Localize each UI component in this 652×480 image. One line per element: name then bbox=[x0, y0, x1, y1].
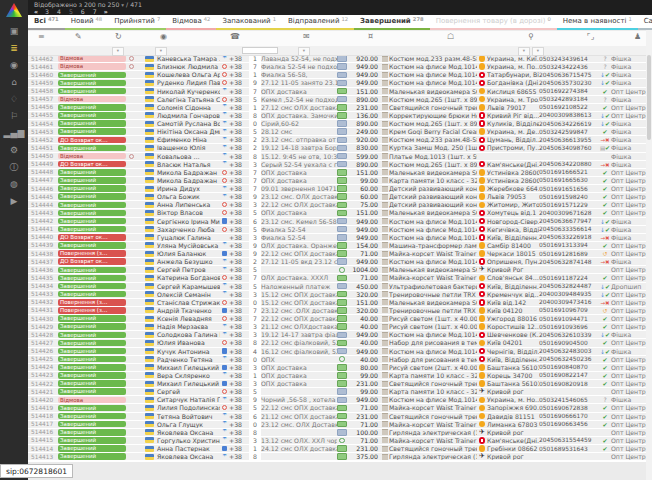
table-row[interactable]: 514442ЗавершенийСергієнко Ірина Ми…+3862… bbox=[28, 218, 646, 226]
table-row[interactable]: 514420ВідмоваСитарчук Наталія Гр…*+389Чо… bbox=[28, 396, 646, 404]
manager-column-icon[interactable]: ♟ bbox=[634, 32, 641, 41]
table-row[interactable]: 514425ЗавершенийРадченко Тетяна*+380ОПХ4… bbox=[28, 356, 646, 364]
table-row[interactable]: 514433ЗавершенийОлексій Семанін*+38315.1… bbox=[28, 291, 646, 299]
sidebar-item-warehouse[interactable]: ⌂ bbox=[0, 74, 28, 91]
tab-Нема в наявності[interactable]: Нема в наявності1 bbox=[557, 15, 638, 30]
table-row[interactable]: 514432Повернення (з…Станіслав Стрижак+38… bbox=[28, 299, 646, 307]
sidebar-item-dashboard[interactable]: ▣ bbox=[0, 23, 28, 40]
sidebar-item-products[interactable]: ♢ bbox=[0, 91, 28, 108]
table-row[interactable]: 514421ЗавершенийСергей+38599.00Карта пам… bbox=[28, 388, 646, 396]
table-row[interactable]: 514417ЗавершенийОльга Глущук*+38023.12 с… bbox=[28, 421, 646, 429]
filter-dropdown-3[interactable]: ▾ bbox=[518, 47, 530, 56]
page-number-4[interactable]: 4 bbox=[56, 8, 62, 15]
table-row[interactable]: 514414ЗавершенийАнна Пастернак+38124.12 … bbox=[28, 445, 646, 453]
filter-dropdown-4[interactable]: ▾ bbox=[532, 47, 544, 56]
table-row[interactable]: 514416ЗавершенийЯковлева Оксана*+388100.… bbox=[28, 429, 646, 437]
table-row[interactable]: 514444ЗавершенийАнна Липенська+38322.12 … bbox=[28, 201, 646, 209]
tab-Самовивіз[interactable]: Самовивіз2 bbox=[638, 15, 652, 30]
product-box-icon bbox=[382, 429, 388, 435]
phone-column-icon[interactable]: ☎ bbox=[230, 32, 240, 41]
table-row[interactable]: 514457ВідмоваСалегіна Татьяна С…+385Кеме… bbox=[28, 96, 646, 104]
page-number-7[interactable]: 7 bbox=[92, 8, 98, 15]
sidebar-item-customers[interactable]: ◉ bbox=[0, 57, 28, 74]
table-row[interactable]: 514451ЗавершенийІващенко Юлія*+38219.12 … bbox=[28, 144, 646, 152]
page-number-5[interactable]: 5 bbox=[68, 8, 74, 15]
table-row[interactable]: 514426ЗавершенийКучук Антонина+38416.12 … bbox=[28, 348, 646, 356]
sidebar-item-info[interactable]: ⓘ bbox=[0, 159, 28, 176]
scrollbar-thumb[interactable] bbox=[647, 55, 651, 140]
table-row[interactable]: 514446ЗавершенийИрина Дидух*+38709.01 зв… bbox=[28, 185, 646, 193]
tab-Новий[interactable]: Новий48 bbox=[65, 15, 108, 30]
page-number-6[interactable]: 6 bbox=[80, 8, 86, 15]
table-row[interactable]: 514448ЗавершенийМикола Бадражан+387ОПХ д… bbox=[28, 169, 646, 177]
tab-Всі[interactable]: Всі471 bbox=[28, 15, 65, 30]
orders-list-column-icon[interactable]: ≡ bbox=[38, 32, 45, 41]
last-page-icon[interactable]: » bbox=[104, 8, 108, 15]
first-page-icon[interactable]: « bbox=[34, 8, 38, 15]
location-column-icon[interactable]: ⚲ bbox=[528, 32, 534, 41]
table-row[interactable]: 514423ЗавершенийВера Скляренко*+381ОПХ д… bbox=[28, 372, 646, 380]
table-row[interactable]: 514436ЗавершенийСергей Петров*+3851004.0… bbox=[28, 266, 646, 274]
sidebar-item-settings[interactable]: ⚙ bbox=[0, 142, 28, 159]
filter-dropdown-1[interactable]: ▾ bbox=[155, 47, 167, 56]
sidebar-item-orders[interactable]: ≣ bbox=[0, 40, 28, 57]
app-logo[interactable] bbox=[6, 3, 22, 17]
table-row[interactable]: 514430ЗавершенийКсенія Левадняя+38722.12… bbox=[28, 315, 646, 323]
table-row[interactable]: 514438Повернення (з…Юлия Баланюк+38922.1… bbox=[28, 250, 646, 258]
customers-column-icon[interactable]: ◉ bbox=[160, 32, 167, 41]
table-row[interactable]: 514439ЗавершенийУляна Мусійовська*+389ОЛ… bbox=[28, 242, 646, 250]
table-row[interactable]: 514455ЗавершенийЛюдмила Гончарова*+388ОП… bbox=[28, 112, 646, 120]
sidebar-item-marketing[interactable]: ⚐ bbox=[0, 108, 28, 125]
table-row[interactable]: 514458ЗавершенийНиколай Кучеренко*+387ОП… bbox=[28, 88, 646, 96]
tab-Завершений[interactable]: Завершений278 bbox=[354, 15, 430, 30]
product-column-icon[interactable]: ☖ bbox=[447, 32, 454, 41]
table-row[interactable]: 514428ЗавершенийСолодкова Галина В…*+383… bbox=[28, 331, 646, 339]
table-row[interactable]: 514418ЗавершенийТетяна Войтович*+38621.1… bbox=[28, 413, 646, 421]
table-row[interactable]: 514431Повернення (з…Андрій Ткаченко+3872… bbox=[28, 307, 646, 315]
tab-Повернення товару (в дорозі)[interactable]: Повернення товару (в дорозі)0 bbox=[430, 15, 557, 30]
phone-filter-input[interactable] bbox=[242, 47, 278, 54]
table-row[interactable]: 514456ЗавершенийСоломія Сідонна*+38127.1… bbox=[28, 104, 646, 112]
tracking-column-icon[interactable]: ⌜⌟ bbox=[587, 32, 595, 41]
table-row[interactable]: 514459ЗавершенийРуденко Лидия Пав…+38927… bbox=[28, 79, 646, 87]
filter-dropdown-0[interactable]: ▾ bbox=[112, 47, 124, 56]
filter-dropdown-2[interactable]: ▾ bbox=[298, 47, 310, 56]
table-row[interactable]: 514452ДО Возврат ок…Єфименко Ніна*+38223… bbox=[28, 136, 646, 144]
refresh-column-icon[interactable]: ↻ bbox=[115, 32, 122, 41]
table-row[interactable]: 514427ЗавершенийЮлия Иванова+38822.12 см… bbox=[28, 339, 646, 347]
tab-Прийнятий[interactable]: Прийнятий7 bbox=[108, 15, 166, 30]
sidebar-item-globe[interactable]: ◍ bbox=[0, 176, 28, 193]
table-row[interactable]: 514437ДО Возврат ок…Анжела Безушко*+3822… bbox=[28, 258, 646, 266]
vertical-scrollbar[interactable] bbox=[646, 30, 652, 480]
table-row[interactable]: 514440ДО Возврат ок…Гуцалюк Галина+383Фи… bbox=[28, 234, 646, 242]
table-row[interactable]: 514415ЗавершенийГоргулько Христина…*+383… bbox=[28, 437, 646, 445]
table-row[interactable]: 514454ЗавершенийСамотій Руслана Во…*+380… bbox=[28, 120, 646, 128]
range-dropdown-icon[interactable]: ▾ bbox=[121, 2, 124, 8]
table-row[interactable]: 514424ЗавершенийМихаил Гилецький+383ОПХ … bbox=[28, 364, 646, 372]
comment-column-icon[interactable]: ✉ bbox=[303, 32, 310, 41]
table-row[interactable]: 514453ЗавершенийНікітіна Оксана Дми…*+38… bbox=[28, 128, 646, 136]
table-row[interactable]: 514460ЗавершенийКошелева Ольга Ар…+381Фи… bbox=[28, 71, 646, 79]
table-row[interactable]: 514462ВідмоваКаневська Тамара …*+381Лава… bbox=[28, 55, 646, 63]
table-row[interactable]: 514441ЗавершенийЗахарченко Люба+385Фиалк… bbox=[28, 226, 646, 234]
tab-Запакований[interactable]: Запакований1 bbox=[216, 15, 282, 30]
page-number-3[interactable]: 3 bbox=[44, 8, 50, 15]
table-row[interactable]: 514434ЗавершенийСергей Карамышев*+385Нал… bbox=[28, 283, 646, 291]
table-row[interactable]: 514461ВідмоваБлизнюк Людмила …+387Фиалка… bbox=[28, 63, 646, 71]
table-row[interactable]: 514449ДО Возврат ок…Власюк Наталья*+383С… bbox=[28, 161, 646, 169]
tab-Відправлений[interactable]: Відправлений12 bbox=[282, 15, 354, 30]
sidebar-item-video[interactable]: ▶ bbox=[0, 193, 28, 210]
table-row[interactable]: 514435ЗавершенийКатерина Богданова+387ОЛ… bbox=[28, 274, 646, 282]
table-row[interactable]: 514413ЗавершенийЯковлева Оксана*+388375.… bbox=[28, 453, 646, 461]
table-row[interactable]: 514419ЗавершенийЛилия Подолинская+38522.… bbox=[28, 404, 646, 412]
table-row[interactable]: 514447ЗавершенийМикола Бадражан+387ОПХ д… bbox=[28, 177, 646, 185]
table-row[interactable]: 514429ЗавершенийНадія Мерзаєва*+38321.12… bbox=[28, 323, 646, 331]
edit-column-icon[interactable]: ✎ bbox=[75, 32, 82, 41]
table-row[interactable]: 514422ЗавершенийМихаил Гилецький+383ОПХ … bbox=[28, 380, 646, 388]
tab-Відмова[interactable]: Відмова42 bbox=[166, 15, 216, 30]
table-row[interactable]: 514445ЗавершенийОльга Божик*+38923.12 см… bbox=[28, 193, 646, 201]
table-row[interactable]: 514450ВідмоваКовальова …*+38815.12. 9:45… bbox=[28, 153, 646, 161]
money-column-icon[interactable]: ¤ bbox=[368, 32, 373, 41]
sidebar-item-reports[interactable]: ▂▄▆ bbox=[0, 125, 28, 142]
table-row[interactable]: 514443ЗавершенийВіктор Власов+385ОПХ дос… bbox=[28, 209, 646, 217]
